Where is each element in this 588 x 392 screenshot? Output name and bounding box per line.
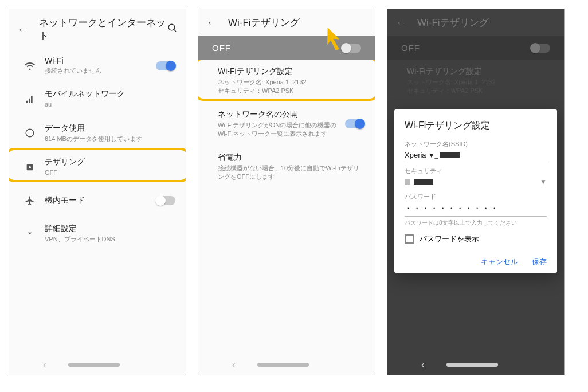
row-subtitle: 接続されていません [45, 66, 156, 75]
nav-bar: ‹ [387, 354, 564, 375]
search-icon[interactable] [167, 23, 178, 36]
security-label: セキュリティ [405, 167, 547, 175]
row-subtitle: 接続機器がない場合、10分後に自動でWi-FiテザリングをOFFにします [218, 164, 364, 182]
row-title: 省電力 [218, 152, 364, 163]
ssid-input[interactable]: Xperia ▼_ [405, 148, 547, 162]
row-data-usage[interactable]: データ使用 614 MBのデータを使用しています [9, 116, 186, 150]
nav-bar: ‹ [198, 354, 375, 375]
row-tethering[interactable]: テザリング OFF [9, 150, 186, 184]
screen-tethering-dialog: ← Wi-Fiテザリング OFF Wi-Fiテザリング設定 ネットワーク名: X… [387, 9, 565, 375]
password-hint: パスワードは8文字以上で入力してください [405, 219, 547, 227]
nav-home-pill[interactable] [446, 363, 498, 367]
nav-back-icon[interactable]: ‹ [43, 359, 46, 371]
back-icon[interactable]: ← [17, 23, 29, 36]
show-password-label: パスワードを表示 [420, 234, 479, 244]
row-title: Wi-Fiテザリング設定 [218, 66, 364, 77]
row-title: データ使用 [45, 123, 175, 134]
tethering-icon [19, 163, 40, 172]
nav-home-pill[interactable] [257, 363, 309, 367]
row-title: 詳細設定 [45, 224, 175, 234]
pointer-arrow-icon [321, 25, 346, 53]
airplane-toggle[interactable] [156, 196, 175, 205]
row-tethering-settings[interactable]: Wi-Fiテザリング設定 ネットワーク名: Xperia 1_2132 セキュリ… [198, 60, 375, 103]
row-title: テザリング [45, 157, 175, 167]
row-subtitle: ネットワーク名: Xperia 1_2132 セキュリティ：WPA2 PSK [218, 78, 364, 96]
svg-point-0 [168, 24, 175, 30]
tethering-settings-dialog: Wi-Fiテザリング設定 ネットワーク名(SSID) Xperia ▼_ セキュ… [394, 109, 557, 273]
show-password-row[interactable]: パスワードを表示 [405, 234, 547, 244]
airplane-icon [19, 195, 40, 206]
row-network-visibility[interactable]: ネットワーク名の公開 Wi-FiテザリングがONの場合に他の機器のWi-Fiネッ… [198, 103, 375, 146]
nav-bar: ‹ [9, 354, 186, 375]
svg-point-4 [29, 166, 31, 168]
show-password-checkbox[interactable] [405, 234, 414, 244]
screen-wifi-tethering: ← Wi-Fiテザリング OFF Wi-Fiテザリング設定 ネットワーク名: X… [198, 9, 375, 375]
nav-home-pill[interactable] [68, 363, 120, 367]
tethering-master-switch-bar: OFF [198, 36, 375, 60]
data-usage-icon [19, 128, 40, 138]
dialog-title: Wi-Fiテザリング設定 [405, 120, 547, 132]
row-subtitle: 614 MBのデータを使用しています [45, 135, 175, 143]
ssid-label: ネットワーク名(SSID) [405, 140, 547, 148]
row-airplane-mode[interactable]: 機内モード [9, 185, 186, 217]
ssid-value-text: Xperia [405, 151, 426, 159]
row-subtitle: VPN、プライベートDNS [45, 235, 175, 244]
row-advanced[interactable]: 詳細設定 VPN、プライベートDNS [9, 217, 186, 250]
settings-list: Wi-Fiテザリング設定 ネットワーク名: Xperia 1_2132 セキュリ… [198, 60, 375, 354]
row-subtitle: au [45, 100, 175, 109]
row-mobile-network[interactable]: モバイルネットワーク au [9, 82, 186, 116]
page-title: ネットワークとインターネット [39, 16, 167, 42]
row-title: 機内モード [45, 195, 156, 206]
row-title: ネットワーク名の公開 [218, 109, 345, 120]
nav-back-icon[interactable]: ‹ [232, 359, 236, 371]
row-title: モバイルネットワーク [45, 89, 175, 99]
screen-network-settings: ← ネットワークとインターネット Wi-Fi 接続されていません モバイルネット… [9, 9, 186, 375]
dropdown-caret-icon: ▼ [540, 178, 547, 186]
password-input[interactable]: ・・・・・・・・・・・ [405, 201, 547, 217]
wifi-icon [19, 61, 40, 71]
password-label: パスワード [405, 193, 547, 201]
nav-back-icon[interactable]: ‹ [421, 359, 425, 371]
visibility-toggle[interactable] [345, 119, 364, 128]
settings-list: Wi-Fi 接続されていません モバイルネットワーク au データ使用 614 … [9, 49, 186, 354]
svg-line-1 [174, 29, 176, 32]
expand-icon [19, 229, 40, 238]
cancel-button[interactable]: キャンセル [481, 257, 518, 267]
wifi-toggle[interactable] [156, 61, 175, 70]
security-dropdown[interactable]: ▼ [405, 175, 547, 188]
header: ← ネットワークとインターネット [9, 9, 186, 49]
svg-point-2 [26, 130, 34, 138]
row-title: Wi-Fi [45, 56, 156, 65]
row-power-saving[interactable]: 省電力 接続機器がない場合、10分後に自動でWi-FiテザリングをOFFにします [198, 146, 375, 189]
signal-icon [19, 95, 40, 104]
header: ← Wi-Fiテザリング [198, 9, 375, 36]
row-wifi[interactable]: Wi-Fi 接続されていません [9, 49, 186, 82]
save-button[interactable]: 保存 [532, 257, 547, 267]
password-masked: ・・・・・・・・・・・ [405, 203, 499, 214]
row-subtitle: Wi-FiテザリングがONの場合に他の機器のWi-Fiネットワーク一覧に表示され… [218, 121, 345, 139]
back-icon[interactable]: ← [206, 16, 218, 29]
row-subtitle: OFF [45, 168, 175, 177]
off-label: OFF [212, 43, 231, 53]
